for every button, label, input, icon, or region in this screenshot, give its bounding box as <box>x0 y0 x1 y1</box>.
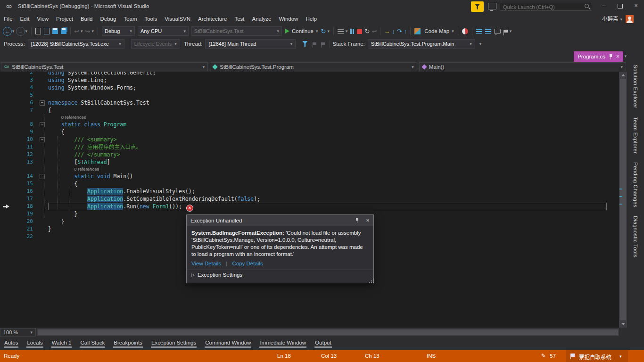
lifecycle-events-combo[interactable]: Lifecycle Events▾ <box>131 39 180 49</box>
diagnostics-icon[interactable] <box>462 28 468 34</box>
project-dropdown[interactable]: C# StBillCabinetSys.Test ▾ <box>1 62 208 71</box>
menu-build[interactable]: Build <box>77 13 97 25</box>
outline-icon[interactable] <box>485 29 491 34</box>
stop-debugging-button[interactable] <box>357 29 362 34</box>
bottom-tab-exception-settings[interactable]: Exception Settings <box>151 337 197 350</box>
view-details-link[interactable]: View Details <box>191 261 221 266</box>
restore-button[interactable] <box>612 0 628 12</box>
breakpoint-margin[interactable] <box>0 128 19 136</box>
navigate-back-button[interactable]: ← <box>3 27 12 36</box>
breakpoint-margin[interactable] <box>0 195 19 203</box>
menu-view[interactable]: View <box>33 13 52 25</box>
code-map-button[interactable]: Code Map <box>424 28 449 34</box>
menu-visualsvn[interactable]: VisualSVN <box>161 13 194 25</box>
breakpoint-margin[interactable] <box>0 84 19 91</box>
codelens-references-link[interactable]: 0 references <box>48 114 619 121</box>
quick-launch-input[interactable] <box>502 3 582 11</box>
breakpoint-margin[interactable] <box>0 114 19 121</box>
signed-in-user[interactable]: 小醉斋▾ <box>602 13 622 25</box>
member-dropdown[interactable]: Main() ▾ <box>419 62 626 71</box>
scrollbar-thumb[interactable] <box>38 329 618 335</box>
code-text[interactable]: Application.SetCompatibleTextRenderingDe… <box>48 195 619 203</box>
save-all-button[interactable] <box>61 28 66 34</box>
undo-button[interactable]: ↩ <box>74 28 79 35</box>
breakpoint-margin[interactable] <box>0 151 19 158</box>
horizontal-scrollbar[interactable] <box>37 329 619 336</box>
redo-button[interactable]: ↪ <box>85 28 91 35</box>
breakpoint-margin[interactable] <box>0 210 19 218</box>
thread-combo[interactable]: [12848] Main Thread▾ <box>205 39 296 49</box>
collapse-icon[interactable]: − <box>40 122 45 127</box>
minimize-button[interactable]: – <box>596 0 612 12</box>
debugbar-overflow-icon[interactable]: ▾ <box>479 41 482 46</box>
menu-test[interactable]: Test <box>231 13 248 25</box>
breakpoint-margin[interactable] <box>0 76 19 84</box>
code-text[interactable]: using System.Windows.Forms; <box>48 84 619 91</box>
bottom-tab-breakpoints[interactable]: Breakpoints <box>113 337 143 350</box>
refresh-button[interactable]: ↻ <box>321 28 326 35</box>
menu-analyze[interactable]: Analyze <box>248 13 275 25</box>
menu-edit[interactable]: Edit <box>17 13 33 25</box>
resize-grip[interactable] <box>371 280 372 281</box>
menu-help[interactable]: Help <box>302 13 321 25</box>
menu-debug[interactable]: Debug <box>96 13 120 25</box>
breakpoint-margin[interactable] <box>0 91 19 99</box>
menu-window[interactable]: Window <box>275 13 302 25</box>
scrollbar-thumb[interactable] <box>620 79 626 320</box>
save-button[interactable] <box>52 28 58 34</box>
code-text[interactable]: using System.Collections.Generic; <box>48 72 619 76</box>
undo-last-action-icon[interactable]: ↩ <box>372 28 377 35</box>
comment-icon[interactable] <box>494 29 501 34</box>
close-button[interactable]: × <box>628 0 644 12</box>
chevron-down-icon[interactable]: ▾ <box>619 354 622 359</box>
breakpoint-margin[interactable] <box>0 99 19 107</box>
code-text[interactable]: { <box>48 107 619 114</box>
breakpoint-margin[interactable] <box>0 107 19 114</box>
codelens-references-link[interactable]: 0 references <box>48 166 619 173</box>
collapse-icon[interactable]: − <box>40 137 45 142</box>
code-text[interactable] <box>48 91 619 99</box>
exception-popup-header[interactable]: Exception Unhandled × <box>187 215 373 226</box>
breakpoint-margin[interactable] <box>0 173 19 180</box>
collapse-icon[interactable]: − <box>40 174 45 179</box>
menu-architecture[interactable]: Architecture <box>194 13 231 25</box>
breakpoint-margin[interactable] <box>0 180 19 188</box>
stack-frame-combo[interactable]: StBillCabinetSys.Test.Program.Main▾ <box>368 39 475 49</box>
breakpoint-margin[interactable] <box>0 203 19 210</box>
close-icon[interactable]: × <box>366 217 370 223</box>
code-text[interactable]: static class Program <box>48 121 619 128</box>
pin-tab-icon[interactable] <box>609 54 613 59</box>
breakpoint-margin[interactable] <box>0 158 19 166</box>
toolbar-overflow-icon[interactable]: ▾ <box>510 29 512 33</box>
zoom-dropdown[interactable]: 100 % ▾ <box>0 328 36 337</box>
code-text[interactable]: using System.Linq; <box>48 76 619 84</box>
bottom-tab-output[interactable]: Output <box>314 337 332 350</box>
side-tab-team-explorer[interactable]: Team Explorer <box>633 117 638 154</box>
configuration-combo[interactable]: Debug▾ <box>102 26 135 36</box>
code-text[interactable]: { <box>48 180 619 188</box>
menu-project[interactable]: Project <box>52 13 77 25</box>
refresh-dropdown-icon[interactable]: ▾ <box>327 29 330 33</box>
break-all-button[interactable] <box>350 29 354 34</box>
type-dropdown[interactable]: StBillCabinetSys.Test.Program ▾ <box>210 62 417 71</box>
code-text[interactable]: /// </summary> <box>48 151 619 158</box>
undo-dropdown-icon[interactable]: ▾ <box>81 29 83 33</box>
side-tab-pending-changes[interactable]: Pending Changes <box>633 162 638 207</box>
menu-tools[interactable]: Tools <box>140 13 161 25</box>
bottom-tab-locals[interactable]: Locals <box>26 337 43 350</box>
breakpoint-margin[interactable] <box>0 121 19 128</box>
chevron-down-icon[interactable]: ▾ <box>346 29 348 33</box>
flag-thread-icon[interactable] <box>313 42 316 45</box>
tab-list-dropdown-icon[interactable]: ▾ <box>624 54 627 58</box>
thread-filter-icon[interactable] <box>302 41 307 47</box>
redo-dropdown-icon[interactable]: ▾ <box>91 29 94 33</box>
side-tab-diagnostic-tools[interactable]: Diagnostic Tools <box>633 216 638 257</box>
bottom-tab-call-stack[interactable]: Call Stack <box>80 337 105 350</box>
code-text[interactable]: [STAThread] <box>48 158 619 166</box>
startup-project-combo[interactable]: StBillCabinetSys.Test▾ <box>191 26 282 36</box>
bookmark-icon[interactable] <box>504 30 508 33</box>
scroll-down-icon[interactable] <box>621 323 625 325</box>
breakpoint-margin[interactable] <box>0 218 19 225</box>
breakpoint-margin[interactable] <box>0 136 19 143</box>
restart-button[interactable]: ↻ <box>364 28 370 35</box>
